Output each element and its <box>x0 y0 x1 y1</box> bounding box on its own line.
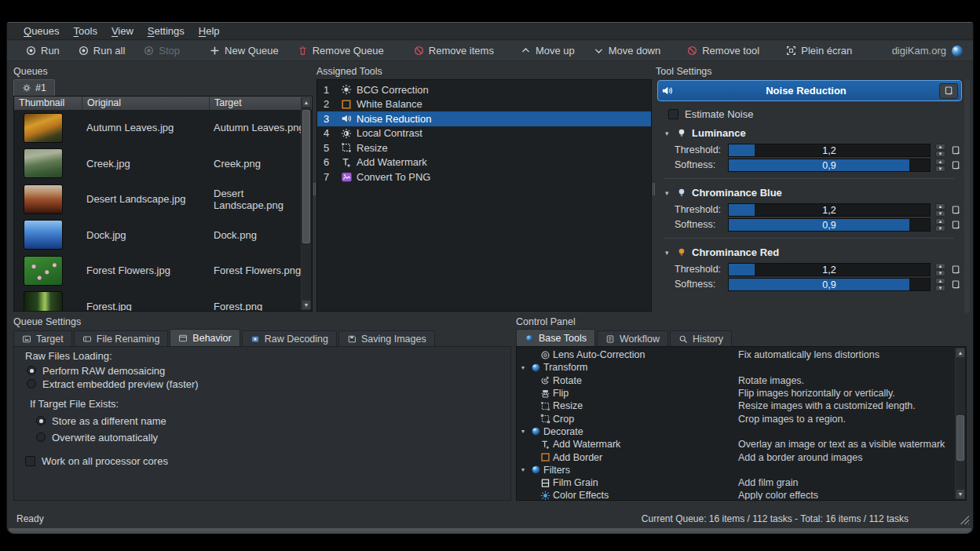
resize-grip[interactable] <box>960 515 969 524</box>
remove-queue-button[interactable]: Remove Queue <box>288 41 393 60</box>
reset-tool-defaults-button[interactable] <box>939 83 958 99</box>
luminance-section-header[interactable]: ▾ Luminance <box>656 123 962 143</box>
estimate-noise-checkbox[interactable] <box>668 109 678 119</box>
tab-history[interactable]: History <box>670 330 732 346</box>
reset-value-button[interactable] <box>950 219 962 231</box>
scroll-down-arrow[interactable]: ▼ <box>302 300 311 310</box>
menu-view[interactable]: View <box>104 24 141 38</box>
threshold-spinbox[interactable]: ▲▼ <box>935 144 945 157</box>
column-target[interactable]: Target <box>209 97 302 110</box>
softness-slider[interactable]: 0,9 <box>728 159 931 172</box>
assigned-tool-add-watermark[interactable]: 6 Add Watermark <box>317 155 651 170</box>
menu-tools[interactable]: Tools <box>67 24 104 38</box>
queue-row-creek[interactable]: Creek.jpg Creek.png <box>14 146 312 182</box>
work-all-cores-option[interactable]: Work on all processor cores <box>25 454 168 467</box>
softness-slider[interactable]: 0,9 <box>728 278 931 291</box>
assigned-tool-resize[interactable]: 5 Resize <box>317 140 651 155</box>
stop-button[interactable]: Stop <box>134 41 189 60</box>
expander-arrow-icon[interactable]: ▾ <box>517 428 528 435</box>
tree-item-resize[interactable]: Resize Resize images with a customized l… <box>517 400 966 412</box>
tools-splitter-handle[interactable] <box>653 183 655 195</box>
radio-button[interactable] <box>36 432 46 442</box>
expander-arrow-icon[interactable]: ▾ <box>517 466 528 473</box>
tree-group-decorate[interactable]: ▾ Decorate <box>517 425 966 438</box>
tree-item-flip[interactable]: Flip Flip images horizontally or vertica… <box>517 387 966 400</box>
new-queue-button[interactable]: New Queue <box>200 41 288 60</box>
menu-help[interactable]: Help <box>192 24 227 38</box>
menu-queues[interactable]: Queues <box>16 24 67 38</box>
work-all-cores-checkbox[interactable] <box>25 456 35 466</box>
collapse-arrow-icon[interactable]: ▾ <box>665 249 671 257</box>
queue-table-scrollbar[interactable]: ▲ ▼ <box>301 97 311 310</box>
fullscreen-button[interactable]: Plein écran <box>777 41 861 60</box>
radio-button[interactable] <box>27 379 36 389</box>
threshold-spinbox[interactable]: ▲▼ <box>935 263 945 276</box>
tree-item-crop[interactable]: Crop Crop images to a region. <box>517 412 966 425</box>
tab-raw-decoding[interactable]: Raw Decoding <box>242 330 337 346</box>
threshold-slider[interactable]: 1,2 <box>728 144 931 157</box>
tab-file-renaming[interactable]: File Renaming <box>74 330 169 346</box>
softness-slider[interactable]: 0,9 <box>728 218 931 232</box>
column-thumbnail[interactable]: Thumbnail <box>14 97 82 110</box>
tree-item-rotate[interactable]: Rotate Rotate images. <box>517 374 966 387</box>
move-up-button[interactable]: Move up <box>511 41 584 60</box>
radio-button[interactable] <box>27 366 36 375</box>
assigned-tool-white-balance[interactable]: 2 White Balance <box>317 97 651 112</box>
scroll-up-arrow[interactable]: ▲ <box>956 348 965 358</box>
column-original[interactable]: Original <box>82 97 209 110</box>
reset-value-button[interactable] <box>950 279 962 290</box>
tab-saving-images[interactable]: Saving Images <box>338 330 435 346</box>
tree-item-film-grain[interactable]: Film Grain Add film grain <box>517 476 966 489</box>
remove-tool-button[interactable]: Remove tool <box>678 41 769 60</box>
queue-table-header[interactable]: Thumbnail Original Target <box>14 97 312 110</box>
estimate-noise-option[interactable]: Estimate Noise <box>656 105 962 123</box>
expander-arrow-icon[interactable]: ▾ <box>517 364 528 371</box>
tab-behavior[interactable]: Behavior <box>170 329 240 346</box>
menu-settings[interactable]: Settings <box>141 24 192 38</box>
radio-button[interactable] <box>36 416 46 425</box>
queue-row-forest[interactable]: Forest.jpg Forest.png <box>14 289 312 312</box>
queues-splitter-handle[interactable] <box>313 183 316 195</box>
queue-row-autumn-leaves[interactable]: Autumn Leaves.jpg Autumn Leaves.png <box>14 110 312 146</box>
tab-target[interactable]: Target <box>13 330 72 346</box>
softness-spinbox[interactable]: ▲▼ <box>935 278 945 291</box>
extract-embedded-preview-radio[interactable]: Extract embedded preview (faster) <box>27 378 199 390</box>
assigned-tool-bcg-correction[interactable]: 1 BCG Correction <box>317 82 651 97</box>
reset-value-button[interactable] <box>950 144 962 156</box>
queue-row-forest-flowers[interactable]: Forest Flowers.jpg Forest Flowers.png <box>14 253 312 289</box>
threshold-slider[interactable]: 1,2 <box>728 263 931 276</box>
overwrite-automatically-radio[interactable]: Overwrite automatically <box>36 431 158 443</box>
tree-item-add-border[interactable]: Add Border Add a border around images <box>517 451 966 463</box>
scroll-down-arrow[interactable]: ▼ <box>956 489 965 499</box>
chrominance-red-section-header[interactable]: ▾ Chrominance Red <box>656 243 962 262</box>
tab-base-tools[interactable]: Base Tools <box>516 329 595 346</box>
tab-workflow[interactable]: Workflow <box>597 330 668 346</box>
store-different-name-radio[interactable]: Store as a different name <box>36 414 166 427</box>
scrollbar-thumb[interactable] <box>302 110 310 243</box>
threshold-slider[interactable]: 1,2 <box>728 203 931 217</box>
scroll-up-arrow[interactable]: ▲ <box>302 97 311 108</box>
threshold-spinbox[interactable]: ▲▼ <box>935 203 945 217</box>
remove-items-button[interactable]: Remove items <box>404 41 503 60</box>
perform-raw-demosaicing-radio[interactable]: Perform RAW demosaicing <box>27 364 165 377</box>
chrominance-blue-section-header[interactable]: ▾ Chrominance Blue <box>656 183 962 203</box>
queue-row-desert-landscape[interactable]: Desert Landscape.jpg Desert Landscape.pn… <box>14 181 312 217</box>
tree-item-color-effects[interactable]: Color Effects Apply color effects <box>517 489 966 501</box>
reset-value-button[interactable] <box>950 159 962 171</box>
scrollbar-thumb[interactable] <box>956 415 964 461</box>
tree-item-lens-auto-correction[interactable]: Lens Auto-Correction Fix automatically l… <box>517 348 966 361</box>
assigned-tool-local-contrast[interactable]: 4 Local Contrast <box>317 126 651 141</box>
tree-item-add-watermark[interactable]: Add Watermark Overlay an image or text a… <box>517 438 966 451</box>
queue-row-dock[interactable]: Dock.jpg Dock.png <box>14 217 312 254</box>
move-down-button[interactable]: Move down <box>584 41 670 60</box>
tool-settings-scrollbar[interactable] <box>964 79 970 313</box>
reset-value-button[interactable] <box>950 204 962 216</box>
tree-group-filters[interactable]: ▾ Filters <box>517 464 966 476</box>
softness-spinbox[interactable]: ▲▼ <box>935 159 945 172</box>
reset-value-button[interactable] <box>950 264 962 276</box>
queue-tab-1[interactable]: #1 <box>13 79 55 96</box>
collapse-arrow-icon[interactable]: ▾ <box>665 130 671 137</box>
control-panel-scrollbar[interactable]: ▲ ▼ <box>955 348 965 499</box>
assigned-tool-convert-to-png[interactable]: 7 Convert To PNG <box>317 170 651 184</box>
softness-spinbox[interactable]: ▲▼ <box>935 218 945 232</box>
